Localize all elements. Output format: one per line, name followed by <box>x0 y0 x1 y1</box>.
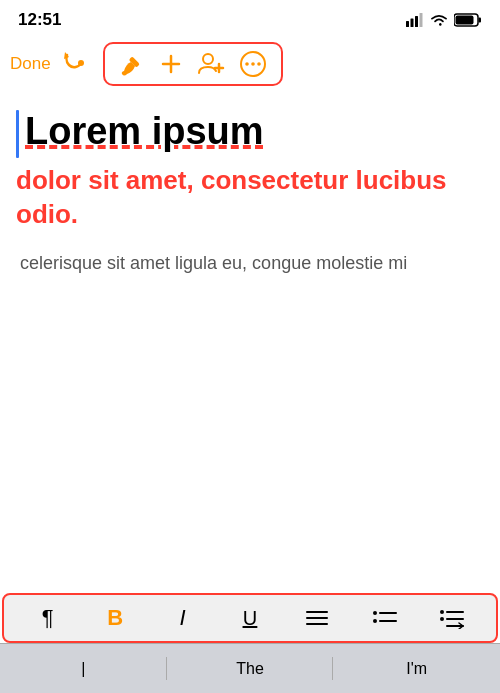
heading-line: Lorem ipsum <box>16 110 484 158</box>
paragraph-button[interactable]: ¶ <box>30 605 66 631</box>
svg-rect-0 <box>406 21 409 27</box>
content-area: Lorem ipsum dolor sit amet, consectetur … <box>0 90 500 277</box>
plus-icon <box>159 52 183 76</box>
list-button[interactable] <box>367 608 403 628</box>
indent-button[interactable] <box>434 607 470 629</box>
autocomplete-pipe[interactable]: | <box>0 650 167 688</box>
heading-text: Lorem ipsum <box>25 110 264 158</box>
svg-point-15 <box>245 62 249 66</box>
svg-rect-6 <box>456 16 474 25</box>
svg-point-7 <box>78 60 84 66</box>
svg-point-17 <box>257 62 261 66</box>
paintbrush-icon <box>119 51 145 77</box>
svg-point-16 <box>251 62 255 66</box>
heading-content: Lorem ipsum <box>25 110 264 152</box>
svg-rect-1 <box>411 19 414 28</box>
autocomplete-the[interactable]: The <box>167 650 334 688</box>
svg-point-23 <box>373 619 377 623</box>
list-icon <box>372 608 398 628</box>
add-person-icon <box>197 51 225 77</box>
bold-icon: B <box>107 605 123 631</box>
svg-point-21 <box>373 611 377 615</box>
indent-icon <box>439 607 465 629</box>
toolbar-top: Done <box>0 38 500 90</box>
subheading-text: dolor sit amet, consectetur lucibus odio… <box>16 164 484 232</box>
status-bar: 12:51 <box>0 0 500 38</box>
wifi-icon <box>430 13 448 27</box>
italic-button[interactable]: I <box>165 605 201 631</box>
underline-button[interactable]: U <box>232 607 268 630</box>
add-button[interactable] <box>159 52 183 76</box>
add-person-button[interactable] <box>197 51 225 77</box>
action-buttons-group <box>103 42 283 86</box>
body-text: celerisque sit amet ligula eu, congue mo… <box>16 250 484 277</box>
autocomplete-im[interactable]: I'm <box>333 650 500 688</box>
align-button[interactable] <box>299 608 335 628</box>
undo-icon <box>59 47 87 75</box>
svg-point-27 <box>440 617 444 621</box>
status-icons <box>406 13 482 27</box>
status-time: 12:51 <box>18 10 61 30</box>
more-icon <box>239 50 267 78</box>
pilcrow-icon: ¶ <box>42 605 54 631</box>
done-button[interactable]: Done <box>10 54 51 74</box>
more-button[interactable] <box>239 50 267 78</box>
underline-icon: U <box>243 607 257 630</box>
align-icon <box>305 608 329 628</box>
autocomplete-bar: | The I'm <box>0 643 500 693</box>
signal-icon <box>406 13 424 27</box>
undo-button[interactable] <box>59 47 87 81</box>
svg-rect-5 <box>479 18 482 23</box>
text-cursor <box>16 110 19 158</box>
bold-button[interactable]: B <box>97 605 133 631</box>
formatting-toolbar: ¶ B I U <box>2 593 498 643</box>
markup-button[interactable] <box>119 51 145 77</box>
battery-icon <box>454 13 482 27</box>
svg-point-25 <box>440 610 444 614</box>
svg-rect-2 <box>415 16 418 27</box>
svg-point-11 <box>203 54 213 64</box>
italic-icon: I <box>179 605 185 631</box>
svg-rect-3 <box>420 13 423 27</box>
